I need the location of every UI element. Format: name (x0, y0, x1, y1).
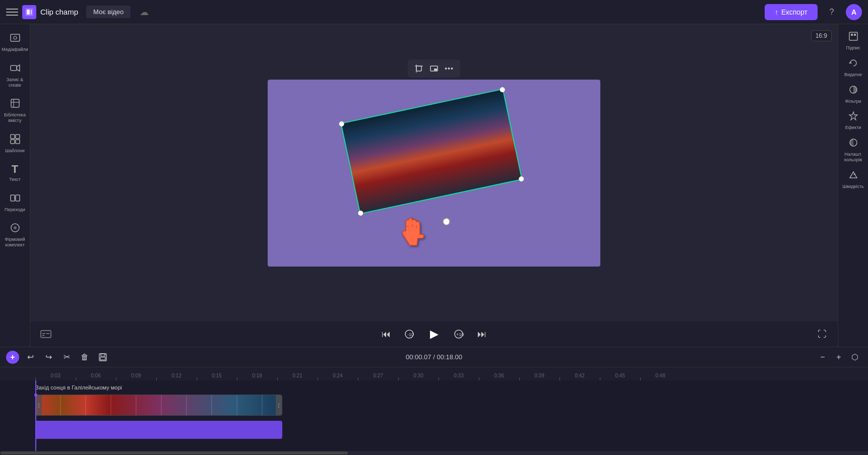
sidebar-item-templates-label: Шаблони (5, 148, 24, 154)
rewind-button[interactable]: -10 (402, 327, 417, 342)
track-handle-right[interactable]: ⋮ (276, 395, 282, 415)
topbar-right: Експорт ? A (765, 4, 862, 20)
ruler-mark-0: 0:03 (35, 373, 76, 378)
svg-point-4 (14, 36, 17, 39)
sidebar-item-brand-label: Фірмовий комплект (4, 237, 26, 248)
cut-button[interactable]: ✂ (59, 350, 74, 364)
transitions-icon (10, 192, 21, 205)
ruler-mark-9: 0:30 (398, 373, 439, 378)
overlay-track-clip[interactable] (35, 421, 282, 439)
sidebar-item-media[interactable]: Медіафайли (2, 28, 28, 56)
play-button[interactable]: ▶ (425, 325, 443, 343)
resize-handle-tr[interactable] (500, 87, 506, 93)
sidebar-item-brand[interactable]: Фірмовий комплект (2, 218, 28, 252)
add-media-button[interactable]: + (6, 351, 19, 364)
right-item-color[interactable]: Налашт.кольорів (840, 135, 866, 166)
right-item-filters[interactable]: Фільтри (840, 82, 866, 107)
forward-button[interactable]: +10 (451, 327, 466, 342)
export-button[interactable]: Експорт (765, 4, 818, 20)
right-item-effects[interactable]: Ефекти (840, 108, 866, 134)
speed-icon (848, 170, 858, 182)
timeline-tracks: Захід сонця в Галілейському морі ⋮ ⋮ (0, 380, 868, 451)
timeline-scrollbar[interactable] (0, 451, 868, 455)
sidebar-item-record[interactable]: Запис &create (2, 58, 28, 92)
right-item-rotate[interactable]: Видатне (840, 55, 866, 81)
ruler-mark-1: 0:06 (76, 373, 116, 378)
user-avatar-button[interactable]: A (846, 4, 862, 20)
overlay-track-content (35, 420, 868, 439)
svg-rect-14 (11, 195, 15, 201)
timeline-toolbar: + ↩ ↪ ✂ 🗑 00:00.07 / 00:18.00 − + ⬡ (0, 347, 868, 367)
fullscreen-button[interactable]: ⛶ (815, 327, 830, 342)
my-video-button[interactable]: Моє відео (86, 6, 131, 18)
skip-back-button[interactable]: ⏮ (379, 327, 394, 342)
zoom-in-button[interactable]: + (832, 350, 846, 364)
redo-button[interactable]: ↪ (41, 350, 55, 364)
undo-button[interactable]: ↩ (23, 350, 37, 364)
aspect-ratio-badge[interactable]: 16:9 (811, 30, 832, 41)
library-icon (10, 98, 21, 110)
svg-rect-44 (100, 357, 105, 360)
playhead-marker (34, 394, 37, 397)
timeline-scrollbar-thumb[interactable] (1, 451, 348, 454)
rotate-icon (848, 58, 858, 71)
fit-timeline-button[interactable]: ⬡ (848, 350, 862, 364)
ruler-mark-5: 0:18 (237, 373, 277, 378)
video-clip[interactable] (340, 88, 522, 214)
svg-marker-6 (17, 65, 20, 71)
save-frame-button[interactable] (96, 350, 110, 364)
skip-forward-button[interactable]: ⏭ (474, 327, 489, 342)
svg-rect-19 (416, 66, 421, 71)
captions-button[interactable] (38, 327, 53, 342)
svg-rect-11 (16, 135, 20, 139)
right-item-color-label: Налашт.кольорів (844, 152, 862, 163)
svg-rect-7 (11, 99, 19, 107)
svg-rect-43 (101, 354, 105, 356)
app-title: Clip champ (40, 8, 78, 16)
video-canvas[interactable] (268, 80, 600, 267)
zoom-out-button[interactable]: − (816, 350, 830, 364)
svg-text:-10: -10 (407, 332, 414, 337)
right-item-subscribe[interactable]: Підпис (840, 28, 866, 54)
color-icon (848, 138, 858, 150)
sidebar-item-templates[interactable]: Шаблони (2, 129, 28, 158)
sidebar-item-transitions[interactable]: Переходи (2, 188, 28, 217)
resize-handle-tl[interactable] (339, 120, 345, 126)
track-handle-left[interactable]: ⋮ (36, 395, 42, 415)
more-options-button[interactable]: ••• (442, 61, 456, 76)
crop-button[interactable] (412, 61, 426, 76)
right-item-speed[interactable]: Швидкість (840, 167, 866, 192)
pip-button[interactable] (427, 61, 441, 76)
rotation-handle[interactable] (442, 217, 451, 226)
delete-button[interactable]: 🗑 (78, 350, 92, 364)
video-track-clip[interactable]: ⋮ ⋮ (35, 395, 282, 416)
right-item-speed-label: Швидкість (842, 184, 864, 189)
ruler-marks: 0:03 0:06 0:09 0:12 0:15 0:18 0:21 0:24 … (35, 373, 680, 378)
svg-rect-35 (849, 32, 857, 40)
help-button[interactable]: ? (824, 4, 840, 20)
brand-icon (10, 222, 21, 235)
media-icon (10, 32, 21, 45)
sidebar-item-text-label: Текст (9, 177, 21, 182)
ruler-mark-8: 0:27 (358, 373, 398, 378)
ruler-mark-15: 0:48 (640, 373, 680, 378)
svg-point-18 (14, 226, 17, 229)
sidebar-item-text[interactable]: T Текст (2, 160, 28, 186)
templates-icon (10, 134, 21, 146)
main-area: Медіафайли Запис &create Бібліотека вміс… (0, 24, 868, 347)
ruler-mark-11: 0:36 (479, 373, 519, 378)
subscribe-icon (848, 31, 858, 44)
right-item-filters-label: Фільтри (845, 99, 861, 104)
sidebar-item-library[interactable]: Бібліотека вмісту (2, 94, 28, 127)
playhead[interactable] (35, 380, 36, 451)
resize-handle-br[interactable] (518, 176, 524, 182)
sidebar-item-transitions-label: Переходи (5, 207, 25, 213)
hamburger-menu-icon[interactable] (6, 6, 18, 18)
text-icon: T (12, 164, 18, 175)
cloud-icon: ☁ (140, 7, 149, 18)
svg-rect-10 (11, 135, 15, 139)
sidebar-item-record-label: Запис &create (7, 77, 23, 88)
ruler-mark-10: 0:33 (439, 373, 479, 378)
resize-handle-bl[interactable] (357, 210, 363, 216)
right-item-subscribe-label: Підпис (846, 45, 860, 51)
